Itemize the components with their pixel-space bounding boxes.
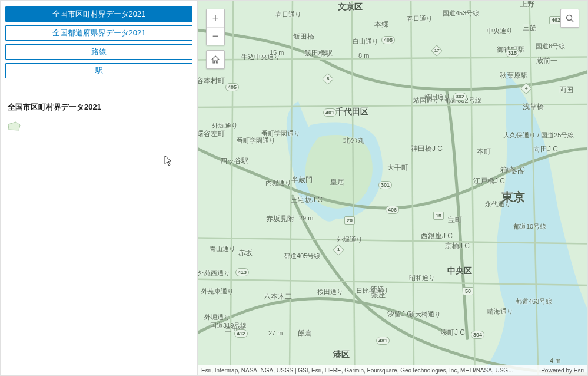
- legend-swatch: [8, 121, 21, 131]
- layer-label: 駅: [95, 65, 103, 76]
- legend-title: 全国市区町村界データ2021: [8, 102, 192, 113]
- search-button[interactable]: [560, 9, 579, 28]
- sidebar: 全国市区町村界データ2021 全国都道府県界データ2021 路線 駅 全国市区町…: [1, 1, 198, 375]
- zoom-group: + −: [206, 9, 225, 45]
- svg-point-1: [567, 15, 572, 21]
- layer-label: 全国市区町村界データ2021: [52, 9, 146, 19]
- layer-label: 全国都道府県界データ2021: [52, 28, 146, 38]
- legend: 全国市区町村界データ2021: [5, 102, 192, 131]
- zoom-out-button[interactable]: −: [207, 27, 224, 45]
- svg-line-2: [572, 20, 574, 22]
- layer-btn-1[interactable]: 全国都道府県界データ2021: [5, 25, 192, 41]
- map-controls: + −: [206, 9, 225, 69]
- app-root: 全国市区町村界データ2021 全国都道府県界データ2021 路線 駅 全国市区町…: [0, 0, 588, 376]
- map-basemap: [198, 1, 587, 375]
- map-view[interactable]: 東京文京区千代田区中央区港区本郷三筋蔵前一浅草橋両国向田J C江戸橋J C京橋J…: [198, 1, 587, 375]
- layer-list: 全国市区町村界データ2021 全国都道府県界データ2021 路線 駅: [5, 6, 192, 78]
- attribution-bar: Esri, Intermap, NASA, NGA, USGS | GSI, E…: [198, 365, 587, 375]
- layer-btn-3[interactable]: 駅: [5, 63, 192, 78]
- attribution-powered[interactable]: Powered by Esri: [541, 367, 584, 374]
- plus-icon: +: [212, 12, 219, 25]
- layer-btn-2[interactable]: 路線: [5, 44, 192, 60]
- legend-row: [8, 121, 192, 131]
- layer-label: 路線: [91, 47, 107, 57]
- legend-swatch-path: [8, 122, 20, 130]
- minus-icon: −: [212, 30, 219, 42]
- layer-btn-0[interactable]: 全国市区町村界データ2021: [5, 6, 192, 22]
- home-icon: [211, 55, 220, 64]
- zoom-in-button[interactable]: +: [207, 9, 224, 27]
- search-icon: [565, 14, 574, 23]
- attribution-sources: Esri, Intermap, NASA, NGA, USGS | GSI, E…: [201, 367, 515, 374]
- home-button[interactable]: [206, 50, 225, 69]
